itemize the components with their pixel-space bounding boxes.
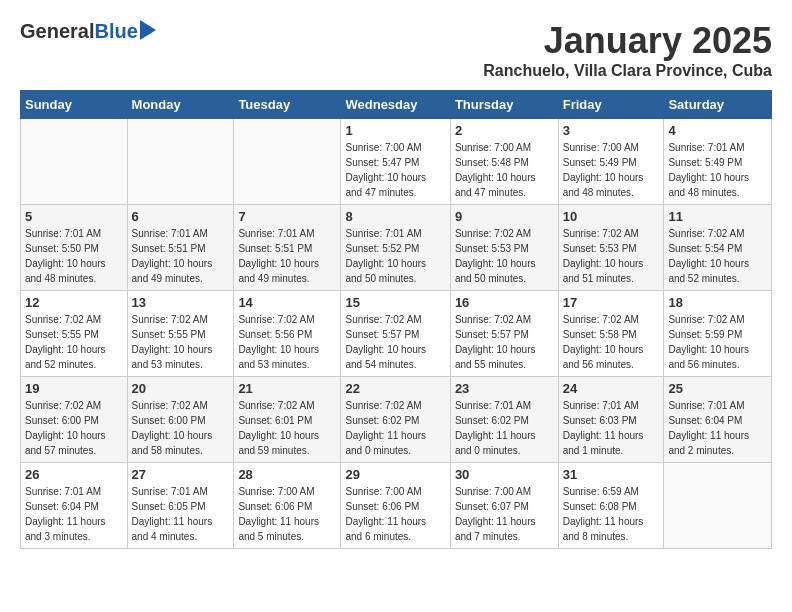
day-info: Sunrise: 7:01 AM Sunset: 5:49 PM Dayligh…: [668, 140, 767, 200]
day-info: Sunrise: 7:01 AM Sunset: 5:51 PM Dayligh…: [132, 226, 230, 286]
calendar-cell: 17Sunrise: 7:02 AM Sunset: 5:58 PM Dayli…: [558, 291, 664, 377]
day-info: Sunrise: 7:02 AM Sunset: 5:54 PM Dayligh…: [668, 226, 767, 286]
calendar-cell: 23Sunrise: 7:01 AM Sunset: 6:02 PM Dayli…: [450, 377, 558, 463]
day-info: Sunrise: 7:02 AM Sunset: 6:02 PM Dayligh…: [345, 398, 445, 458]
day-info: Sunrise: 7:01 AM Sunset: 6:03 PM Dayligh…: [563, 398, 660, 458]
day-info: Sunrise: 7:02 AM Sunset: 5:55 PM Dayligh…: [132, 312, 230, 372]
weekday-header-monday: Monday: [127, 91, 234, 119]
day-info: Sunrise: 7:01 AM Sunset: 5:50 PM Dayligh…: [25, 226, 123, 286]
day-number: 29: [345, 467, 445, 482]
day-info: Sunrise: 7:02 AM Sunset: 5:59 PM Dayligh…: [668, 312, 767, 372]
weekday-header-sunday: Sunday: [21, 91, 128, 119]
day-number: 30: [455, 467, 554, 482]
day-number: 17: [563, 295, 660, 310]
day-number: 24: [563, 381, 660, 396]
weekday-header-thursday: Thursday: [450, 91, 558, 119]
logo: General Blue: [20, 20, 156, 43]
day-number: 4: [668, 123, 767, 138]
calendar-week-row: 5Sunrise: 7:01 AM Sunset: 5:50 PM Daylig…: [21, 205, 772, 291]
day-number: 26: [25, 467, 123, 482]
calendar-cell: [21, 119, 128, 205]
day-info: Sunrise: 7:02 AM Sunset: 5:57 PM Dayligh…: [455, 312, 554, 372]
logo-general-text: General: [20, 20, 94, 43]
day-number: 15: [345, 295, 445, 310]
day-info: Sunrise: 7:01 AM Sunset: 5:51 PM Dayligh…: [238, 226, 336, 286]
day-number: 22: [345, 381, 445, 396]
calendar-cell: 26Sunrise: 7:01 AM Sunset: 6:04 PM Dayli…: [21, 463, 128, 549]
calendar-cell: 16Sunrise: 7:02 AM Sunset: 5:57 PM Dayli…: [450, 291, 558, 377]
day-number: 7: [238, 209, 336, 224]
weekday-header-friday: Friday: [558, 91, 664, 119]
calendar-table: SundayMondayTuesdayWednesdayThursdayFrid…: [20, 90, 772, 549]
day-number: 9: [455, 209, 554, 224]
day-number: 20: [132, 381, 230, 396]
day-info: Sunrise: 6:59 AM Sunset: 6:08 PM Dayligh…: [563, 484, 660, 544]
day-info: Sunrise: 7:01 AM Sunset: 6:02 PM Dayligh…: [455, 398, 554, 458]
day-number: 31: [563, 467, 660, 482]
calendar-cell: [664, 463, 772, 549]
day-info: Sunrise: 7:01 AM Sunset: 6:04 PM Dayligh…: [25, 484, 123, 544]
day-info: Sunrise: 7:01 AM Sunset: 6:05 PM Dayligh…: [132, 484, 230, 544]
calendar-cell: 28Sunrise: 7:00 AM Sunset: 6:06 PM Dayli…: [234, 463, 341, 549]
calendar-cell: 8Sunrise: 7:01 AM Sunset: 5:52 PM Daylig…: [341, 205, 450, 291]
day-info: Sunrise: 7:02 AM Sunset: 6:01 PM Dayligh…: [238, 398, 336, 458]
day-info: Sunrise: 7:02 AM Sunset: 6:00 PM Dayligh…: [132, 398, 230, 458]
calendar-cell: 15Sunrise: 7:02 AM Sunset: 5:57 PM Dayli…: [341, 291, 450, 377]
calendar-cell: 25Sunrise: 7:01 AM Sunset: 6:04 PM Dayli…: [664, 377, 772, 463]
day-number: 3: [563, 123, 660, 138]
day-number: 5: [25, 209, 123, 224]
day-info: Sunrise: 7:00 AM Sunset: 5:48 PM Dayligh…: [455, 140, 554, 200]
day-info: Sunrise: 7:02 AM Sunset: 5:57 PM Dayligh…: [345, 312, 445, 372]
day-info: Sunrise: 7:01 AM Sunset: 5:52 PM Dayligh…: [345, 226, 445, 286]
day-number: 19: [25, 381, 123, 396]
calendar-cell: 30Sunrise: 7:00 AM Sunset: 6:07 PM Dayli…: [450, 463, 558, 549]
calendar-cell: 27Sunrise: 7:01 AM Sunset: 6:05 PM Dayli…: [127, 463, 234, 549]
day-info: Sunrise: 7:00 AM Sunset: 6:07 PM Dayligh…: [455, 484, 554, 544]
calendar-cell: 22Sunrise: 7:02 AM Sunset: 6:02 PM Dayli…: [341, 377, 450, 463]
day-number: 18: [668, 295, 767, 310]
calendar-cell: 10Sunrise: 7:02 AM Sunset: 5:53 PM Dayli…: [558, 205, 664, 291]
day-number: 14: [238, 295, 336, 310]
day-number: 1: [345, 123, 445, 138]
calendar-cell: 1Sunrise: 7:00 AM Sunset: 5:47 PM Daylig…: [341, 119, 450, 205]
calendar-cell: 29Sunrise: 7:00 AM Sunset: 6:06 PM Dayli…: [341, 463, 450, 549]
calendar-cell: 11Sunrise: 7:02 AM Sunset: 5:54 PM Dayli…: [664, 205, 772, 291]
weekday-header-row: SundayMondayTuesdayWednesdayThursdayFrid…: [21, 91, 772, 119]
day-number: 27: [132, 467, 230, 482]
day-info: Sunrise: 7:00 AM Sunset: 6:06 PM Dayligh…: [345, 484, 445, 544]
calendar-cell: [127, 119, 234, 205]
calendar-cell: 5Sunrise: 7:01 AM Sunset: 5:50 PM Daylig…: [21, 205, 128, 291]
day-number: 21: [238, 381, 336, 396]
day-info: Sunrise: 7:02 AM Sunset: 5:58 PM Dayligh…: [563, 312, 660, 372]
calendar-cell: 3Sunrise: 7:00 AM Sunset: 5:49 PM Daylig…: [558, 119, 664, 205]
calendar-cell: 6Sunrise: 7:01 AM Sunset: 5:51 PM Daylig…: [127, 205, 234, 291]
calendar-cell: 14Sunrise: 7:02 AM Sunset: 5:56 PM Dayli…: [234, 291, 341, 377]
page-header: General Blue January 2025 Ranchuelo, Vil…: [20, 20, 772, 80]
day-number: 25: [668, 381, 767, 396]
calendar-cell: 9Sunrise: 7:02 AM Sunset: 5:53 PM Daylig…: [450, 205, 558, 291]
day-info: Sunrise: 7:02 AM Sunset: 5:55 PM Dayligh…: [25, 312, 123, 372]
day-info: Sunrise: 7:00 AM Sunset: 5:49 PM Dayligh…: [563, 140, 660, 200]
day-info: Sunrise: 7:00 AM Sunset: 5:47 PM Dayligh…: [345, 140, 445, 200]
calendar-cell: 7Sunrise: 7:01 AM Sunset: 5:51 PM Daylig…: [234, 205, 341, 291]
calendar-cell: [234, 119, 341, 205]
day-number: 10: [563, 209, 660, 224]
day-number: 8: [345, 209, 445, 224]
calendar-cell: 24Sunrise: 7:01 AM Sunset: 6:03 PM Dayli…: [558, 377, 664, 463]
calendar-cell: 2Sunrise: 7:00 AM Sunset: 5:48 PM Daylig…: [450, 119, 558, 205]
calendar-cell: 12Sunrise: 7:02 AM Sunset: 5:55 PM Dayli…: [21, 291, 128, 377]
day-number: 2: [455, 123, 554, 138]
location-subtitle: Ranchuelo, Villa Clara Province, Cuba: [483, 62, 772, 80]
calendar-week-row: 1Sunrise: 7:00 AM Sunset: 5:47 PM Daylig…: [21, 119, 772, 205]
month-title: January 2025: [483, 20, 772, 62]
title-block: January 2025 Ranchuelo, Villa Clara Prov…: [483, 20, 772, 80]
day-info: Sunrise: 7:02 AM Sunset: 5:53 PM Dayligh…: [455, 226, 554, 286]
logo-blue-text: Blue: [94, 20, 137, 43]
calendar-cell: 19Sunrise: 7:02 AM Sunset: 6:00 PM Dayli…: [21, 377, 128, 463]
logo-arrow-icon: [140, 20, 156, 40]
calendar-cell: 4Sunrise: 7:01 AM Sunset: 5:49 PM Daylig…: [664, 119, 772, 205]
calendar-cell: 31Sunrise: 6:59 AM Sunset: 6:08 PM Dayli…: [558, 463, 664, 549]
weekday-header-tuesday: Tuesday: [234, 91, 341, 119]
weekday-header-wednesday: Wednesday: [341, 91, 450, 119]
calendar-week-row: 19Sunrise: 7:02 AM Sunset: 6:00 PM Dayli…: [21, 377, 772, 463]
